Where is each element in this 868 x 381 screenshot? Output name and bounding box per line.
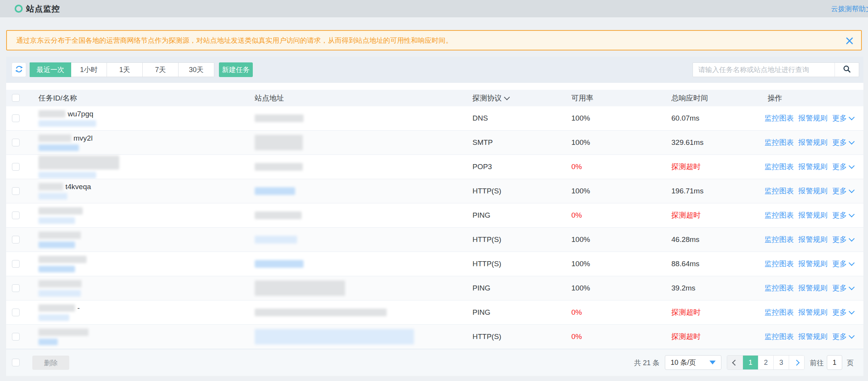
table-footer: 删除 共 21 条 10 条/页 1 2 3 前往 页 [6, 349, 863, 376]
monitor-chart-link[interactable]: 监控图表 [765, 235, 794, 245]
task-id-redacted[interactable] [38, 120, 96, 127]
select-all-checkbox[interactable] [12, 94, 20, 102]
col-protocol[interactable]: 探测协议 [472, 90, 509, 106]
response-time-value: 88.64ms [671, 252, 760, 276]
task-name-redacted [38, 110, 65, 117]
close-icon[interactable] [845, 36, 854, 45]
goto-page-input[interactable] [827, 355, 842, 370]
pagination-page-2[interactable]: 2 [758, 356, 773, 369]
more-link[interactable]: 更多 [832, 186, 854, 196]
pagination-prev[interactable] [727, 356, 743, 369]
alarm-rule-link[interactable]: 报警规则 [798, 235, 828, 245]
alarm-rule-link[interactable]: 报警规则 [798, 186, 828, 196]
alarm-rule-link[interactable]: 报警规则 [798, 283, 828, 293]
refresh-button[interactable] [12, 62, 26, 77]
table-row: t4kveqa HTTP(S) 100% 196.71ms 监控图表 报警规则 … [6, 179, 863, 203]
task-id-redacted[interactable] [38, 217, 75, 224]
more-link[interactable]: 更多 [832, 138, 854, 148]
row-checkbox[interactable] [12, 187, 20, 195]
row-checkbox[interactable] [12, 211, 20, 219]
row-checkbox[interactable] [12, 333, 20, 341]
task-id-redacted[interactable] [38, 290, 81, 297]
tab-latest[interactable]: 最近一次 [30, 62, 71, 77]
monitor-chart-link[interactable]: 监控图表 [765, 113, 794, 123]
chevron-down-icon [849, 211, 855, 218]
page-size-select[interactable]: 10 条/页 [665, 355, 721, 370]
monitor-chart-link[interactable]: 监控图表 [765, 283, 794, 293]
task-name-redacted [38, 134, 71, 142]
task-name-text: - [77, 304, 80, 312]
task-id-redacted[interactable] [38, 339, 58, 345]
more-link[interactable]: 更多 [832, 210, 854, 220]
table-row: wu7pgq DNS 100% 60.07ms 监控图表 报警规则 更多 [6, 106, 863, 131]
row-checkbox[interactable] [12, 309, 20, 316]
monitor-chart-link[interactable]: 监控图表 [765, 307, 794, 317]
protocol-value: HTTP(S) [472, 325, 565, 349]
operations-cell: 监控图表 报警规则 更多 [765, 252, 861, 276]
monitor-chart-link[interactable]: 监控图表 [765, 138, 794, 148]
task-name-redacted [38, 183, 63, 190]
search-input[interactable] [693, 63, 835, 77]
page-size-value: 10 条/页 [671, 358, 709, 367]
more-link[interactable]: 更多 [832, 332, 854, 342]
row-checkbox[interactable] [12, 139, 20, 146]
chevron-down-icon [849, 236, 855, 242]
row-checkbox[interactable] [12, 260, 20, 268]
task-id-redacted[interactable] [38, 172, 96, 178]
row-checkbox[interactable] [12, 236, 20, 243]
pagination-page-1[interactable]: 1 [743, 356, 758, 369]
more-link[interactable]: 更多 [832, 259, 854, 269]
row-checkbox[interactable] [12, 284, 20, 292]
help-doc-link[interactable]: 云拨测帮助文档 [831, 0, 868, 17]
alarm-rule-link[interactable]: 报警规则 [798, 138, 828, 148]
more-link[interactable]: 更多 [832, 307, 854, 317]
operations-cell: 监控图表 报警规则 更多 [765, 228, 861, 252]
task-name-cell: wu7pgq [38, 106, 246, 130]
tab-30days[interactable]: 30天 [179, 62, 214, 77]
more-link[interactable]: 更多 [832, 162, 854, 172]
site-address-cell [255, 325, 470, 349]
availability-value: 100% [571, 228, 664, 252]
more-link[interactable]: 更多 [832, 283, 854, 293]
pagination-page-3[interactable]: 3 [773, 356, 789, 369]
tab-1hour[interactable]: 1小时 [71, 62, 107, 77]
site-address-cell [255, 179, 470, 203]
search-button[interactable] [835, 63, 859, 77]
tab-7days[interactable]: 7天 [143, 62, 179, 77]
monitor-chart-link[interactable]: 监控图表 [765, 259, 794, 269]
caret-down-icon [709, 361, 716, 364]
table-row: - PING 0% 探测超时 监控图表 报警规则 更多 [6, 300, 863, 325]
more-link[interactable]: 更多 [832, 235, 854, 245]
alarm-rule-link[interactable]: 报警规则 [798, 259, 828, 269]
top-bar: 站点监控 云拨测帮助文档 [0, 0, 868, 17]
alarm-rule-link[interactable]: 报警规则 [798, 332, 828, 342]
alarm-rule-link[interactable]: 报警规则 [798, 210, 828, 220]
alarm-rule-link[interactable]: 报警规则 [798, 113, 828, 123]
new-task-button[interactable]: 新建任务 [219, 62, 253, 77]
task-id-redacted[interactable] [38, 266, 75, 272]
task-id-redacted[interactable] [38, 242, 75, 248]
row-checkbox[interactable] [12, 163, 20, 171]
footer-select-all-checkbox[interactable] [12, 359, 20, 366]
more-link[interactable]: 更多 [832, 113, 854, 123]
tab-1day[interactable]: 1天 [107, 62, 143, 77]
row-checkbox[interactable] [12, 114, 20, 122]
monitor-chart-link[interactable]: 监控图表 [765, 162, 794, 172]
alarm-rule-link[interactable]: 报警规则 [798, 162, 828, 172]
chevron-down-icon [849, 139, 855, 145]
chevron-down-icon [849, 163, 855, 169]
task-name-redacted [38, 156, 119, 170]
monitor-chart-link[interactable]: 监控图表 [765, 210, 794, 220]
monitor-chart-link[interactable]: 监控图表 [765, 186, 794, 196]
response-time-value: 196.71ms [671, 179, 760, 203]
pagination-next[interactable] [789, 356, 804, 369]
monitor-chart-link[interactable]: 监控图表 [765, 332, 794, 342]
table-row: mvy2l SMTP 100% 329.61ms 监控图表 报警规则 更多 [6, 131, 863, 155]
delete-button[interactable]: 删除 [32, 356, 69, 370]
alarm-rule-link[interactable]: 报警规则 [798, 307, 828, 317]
task-id-redacted[interactable] [38, 144, 79, 151]
task-id-redacted[interactable] [38, 193, 67, 200]
task-id-redacted[interactable] [38, 314, 69, 321]
table-header: 任务ID/名称 站点地址 探测协议 可用率 总响应时间 操作 [6, 90, 863, 106]
response-time-value: 46.28ms [671, 228, 760, 252]
